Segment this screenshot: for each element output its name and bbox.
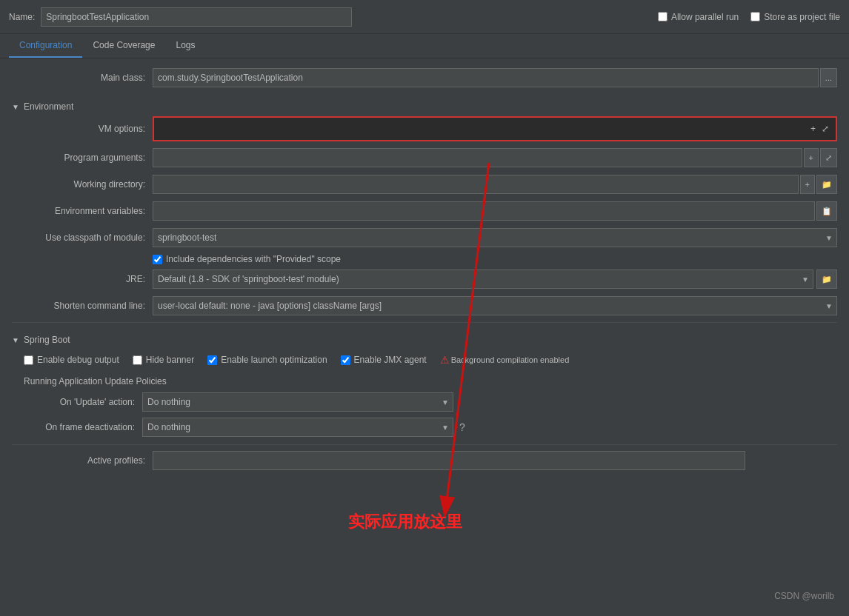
name-label: Name: (9, 12, 35, 22)
include-deps-text: Include dependencies with "Provided" sco… (166, 254, 341, 264)
spring-boot-arrow: ▼ (12, 336, 19, 344)
enable-launch-text: Enable launch optimization (221, 355, 327, 365)
program-arguments-input[interactable] (153, 148, 802, 167)
jre-label: JRE: (12, 274, 153, 284)
main-class-input[interactable] (153, 68, 819, 87)
shorten-cmd-select-wrapper: user-local default: none - java [options… (153, 296, 837, 315)
vm-icons: + ⤢ (805, 121, 834, 136)
active-profiles-row: Active profiles: (12, 444, 837, 470)
top-bar-left: Name: (9, 7, 658, 27)
include-deps-label[interactable]: Include dependencies with "Provided" sco… (153, 254, 837, 264)
vm-options-input[interactable] (154, 118, 836, 140)
top-bar-right: Allow parallel run Store as project file (658, 12, 840, 22)
program-arguments-add-button[interactable]: + (804, 148, 819, 167)
vm-add-button[interactable]: + (808, 123, 818, 135)
annotation-text: 实际应用放这里 (348, 511, 462, 533)
program-arguments-row: Program arguments: + ⤢ (12, 147, 837, 168)
tabs: Configuration Code Coverage Logs (0, 34, 849, 58)
shorten-cmd-label: Shorten command line: (12, 301, 153, 311)
store-as-project-file-text: Store as project file (764, 12, 840, 22)
main-class-input-wrapper: ... (153, 68, 837, 87)
enable-debug-checkbox[interactable] (24, 355, 33, 365)
spring-boot-label: Spring Boot (24, 335, 70, 345)
jre-row: JRE: Default (1.8 - SDK of 'springboot-t… (12, 269, 837, 289)
spring-boot-title: ▼ Spring Boot (12, 327, 837, 349)
store-as-project-file-label[interactable]: Store as project file (750, 12, 840, 22)
env-variables-wrapper: 📋 (153, 201, 837, 221)
env-variables-label: Environment variables: (12, 206, 153, 216)
main-class-row: Main class: ... (12, 67, 837, 88)
on-update-select[interactable]: Do nothing Update resources Update class… (142, 392, 453, 412)
vm-options-label: VM options: (12, 124, 153, 134)
classpath-select-wrapper: springboot-test ▼ (153, 228, 837, 247)
tab-code-coverage[interactable]: Code Coverage (82, 34, 165, 58)
classpath-label: Use classpath of module: (12, 232, 153, 243)
on-update-select-wrapper: Do nothing Update resources Update class… (142, 392, 453, 412)
jre-browse-button[interactable]: 📁 (816, 270, 837, 289)
include-deps-row: Include dependencies with "Provided" sco… (12, 254, 837, 264)
program-arguments-expand-button[interactable]: ⤢ (820, 148, 837, 167)
working-directory-input[interactable] (153, 175, 799, 194)
watermark: CSDN @worilb (774, 591, 834, 601)
enable-debug-label[interactable]: Enable debug output (24, 355, 119, 365)
allow-parallel-run-label[interactable]: Allow parallel run (658, 12, 739, 22)
content: Main class: ... ▼ Environment VM options… (0, 58, 849, 479)
tab-configuration[interactable]: Configuration (9, 34, 82, 58)
spring-boot-options: Enable debug output Hide banner Enable l… (12, 349, 837, 370)
on-frame-label: On frame deactivation: (24, 422, 142, 432)
allow-parallel-run-checkbox[interactable] (658, 12, 667, 21)
on-update-label: On 'Update' action: (24, 397, 142, 407)
running-update-section: Running Application Update Policies On '… (12, 370, 837, 437)
help-icon[interactable]: ? (459, 421, 465, 433)
shorten-cmd-row: Shorten command line: user-local default… (12, 295, 837, 316)
shorten-cmd-select[interactable]: user-local default: none - java [options… (153, 296, 837, 315)
working-directory-browse-button[interactable]: 📁 (816, 175, 837, 194)
working-directory-add-button[interactable]: + (800, 175, 815, 194)
vm-options-row: VM options: + ⤢ (12, 116, 837, 141)
classpath-select[interactable]: springboot-test (153, 228, 837, 247)
classpath-row: Use classpath of module: springboot-test… (12, 227, 837, 248)
enable-launch-checkbox[interactable] (207, 355, 217, 365)
enable-jmx-checkbox[interactable] (341, 355, 350, 365)
tab-logs[interactable]: Logs (165, 34, 205, 58)
on-update-row: On 'Update' action: Do nothing Update re… (24, 392, 837, 412)
enable-jmx-text: Enable JMX agent (354, 355, 427, 365)
jre-select-wrapper: Default (1.8 - SDK of 'springboot-test' … (153, 270, 837, 289)
enable-debug-text: Enable debug output (37, 355, 119, 365)
main-class-label: Main class: (12, 73, 153, 83)
working-directory-label: Working directory: (12, 179, 153, 190)
jre-select[interactable]: Default (1.8 - SDK of 'springboot-test' … (153, 270, 813, 289)
active-profiles-label: Active profiles: (12, 455, 153, 466)
background-compilation: ⚠ Background compilation enabled (440, 354, 570, 366)
env-variables-browse-button[interactable]: 📋 (816, 201, 837, 221)
active-profiles-input[interactable] (153, 451, 745, 470)
name-input[interactable] (41, 7, 352, 27)
include-deps-checkbox[interactable] (153, 255, 162, 264)
jre-select-inner: Default (1.8 - SDK of 'springboot-test' … (153, 270, 813, 289)
store-as-project-file-checkbox[interactable] (750, 12, 760, 21)
hide-banner-label[interactable]: Hide banner (133, 355, 194, 365)
spring-boot-section: ▼ Spring Boot Enable debug output Hide b… (12, 322, 837, 437)
vm-options-wrapper: + ⤢ (153, 116, 837, 141)
program-arguments-label: Program arguments: (12, 153, 153, 163)
enable-launch-label[interactable]: Enable launch optimization (207, 355, 327, 365)
top-bar: Name: Allow parallel run Store as projec… (0, 0, 849, 34)
background-compilation-text: Background compilation enabled (451, 355, 570, 364)
on-frame-select[interactable]: Do nothing Update resources Update class… (142, 418, 453, 437)
environment-label: Environment (24, 101, 73, 112)
hide-banner-checkbox[interactable] (133, 355, 142, 365)
working-directory-wrapper: + 📁 (153, 175, 837, 194)
enable-jmx-label[interactable]: Enable JMX agent (341, 355, 427, 365)
on-frame-select-wrapper: Do nothing Update resources Update class… (142, 418, 453, 437)
vm-expand-button[interactable]: ⤢ (819, 123, 831, 135)
hide-banner-text: Hide banner (146, 355, 194, 365)
error-icon: ⚠ (440, 354, 450, 366)
program-arguments-wrapper: + ⤢ (153, 148, 837, 167)
on-frame-row: On frame deactivation: Do nothing Update… (24, 418, 837, 437)
env-variables-row: Environment variables: 📋 (12, 201, 837, 221)
main-class-browse-button[interactable]: ... (820, 68, 837, 87)
running-update-title: Running Application Update Policies (24, 376, 837, 386)
environment-section: ▼ Environment (12, 94, 837, 116)
env-variables-input[interactable] (153, 201, 815, 221)
working-directory-row: Working directory: + 📁 (12, 174, 837, 195)
